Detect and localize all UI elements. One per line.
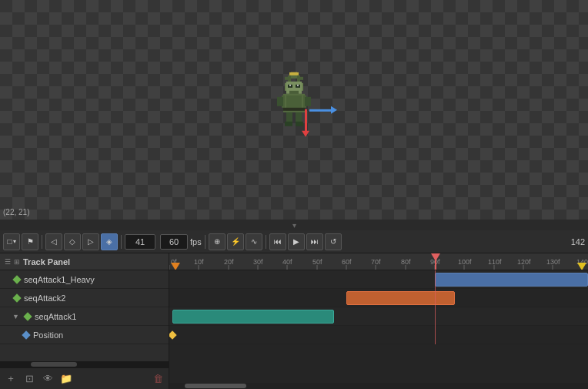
- track-label-position: Position: [33, 330, 63, 340]
- track-icon-position: [22, 330, 30, 339]
- timeline-tracks: 0f 10f 20f 30f 40f 50f 60f: [169, 253, 588, 389]
- anim-block-seqAttack2-orange[interactable]: [346, 291, 455, 305]
- next-keyframe-button[interactable]: ▷: [82, 233, 99, 250]
- svg-text:110f: 110f: [488, 258, 502, 266]
- playhead-row1: [435, 270, 436, 289]
- scene-button[interactable]: □ ▾: [3, 233, 20, 250]
- toolbar-sep-3: [205, 235, 205, 249]
- track-panel-footer: + ⊡ 👁 📁 🗑: [0, 367, 169, 389]
- x-axis-arrow: [309, 109, 332, 111]
- prev-key-icon: ◁: [51, 237, 57, 246]
- timeline-content: [169, 270, 588, 383]
- track-panel-empty: [0, 344, 169, 361]
- timeline-row-seqAttack1-Heavy[interactable]: [169, 270, 588, 289]
- flag-icon: ⚑: [27, 237, 34, 246]
- sync-icon: ⚡: [231, 237, 240, 246]
- scene-dropdown-icon: ▾: [13, 238, 16, 245]
- fps-label: fps: [190, 237, 202, 246]
- svg-rect-6: [285, 82, 286, 90]
- toolbar: □ ▾ ⚑ ◁ ◇ ▷ ◈ 41 60 fps ⊕ ⚡: [0, 230, 588, 253]
- track-item-seqAttack1[interactable]: ▼ seqAttack1: [0, 307, 169, 326]
- svg-text:80f: 80f: [401, 258, 411, 266]
- track-label-seqAttack1-Heavy: seqAttack1_Heavy: [24, 275, 95, 284]
- svg-text:30f: 30f: [253, 258, 263, 266]
- add-key-icon: ◇: [69, 237, 75, 246]
- y-axis-arrow: [305, 109, 307, 132]
- delete-track-button[interactable]: 🗑: [150, 371, 165, 387]
- panel-sort-icon: ⊞: [14, 258, 20, 266]
- svg-rect-22: [296, 121, 303, 126]
- track-item-seqAttack1-Heavy[interactable]: seqAttack1_Heavy: [0, 270, 169, 289]
- viewport: (22, 21): [0, 0, 588, 220]
- track-icon-seqAttack1-Heavy: [12, 275, 21, 283]
- svg-rect-21: [285, 121, 292, 126]
- ruler-svg: 0f 10f 20f 30f 40f 50f 60f: [169, 253, 588, 270]
- svg-rect-3: [285, 76, 288, 79]
- svg-text:50f: 50f: [312, 258, 322, 266]
- key-type-button[interactable]: ◈: [101, 233, 118, 250]
- fps-input[interactable]: 60: [160, 234, 188, 250]
- viewport-scroll-divider: ▾: [0, 220, 588, 230]
- track-expand-seqAttack1: ▼: [12, 313, 19, 320]
- sync-button[interactable]: ⚡: [227, 233, 244, 250]
- keyframe-position-1[interactable]: [169, 330, 177, 339]
- curve-icon: ∿: [251, 237, 257, 246]
- svg-text:120f: 120f: [517, 258, 531, 266]
- first-frame-icon: ⏮: [274, 237, 282, 246]
- track-icon-seqAttack1: [23, 312, 32, 320]
- svg-text:20f: 20f: [224, 258, 234, 266]
- svg-text:10f: 10f: [194, 258, 204, 266]
- panel-filter-icon: ☰: [5, 258, 11, 266]
- playhead-line: [435, 253, 436, 270]
- character-sprite: [269, 72, 319, 133]
- visibility-button[interactable]: 👁: [40, 371, 55, 387]
- track-item-seqAttack2[interactable]: seqAttack2: [0, 289, 169, 307]
- add-track-button[interactable]: +: [3, 371, 18, 387]
- last-frame-icon: ⏭: [311, 237, 319, 246]
- playhead-row2: [435, 289, 436, 307]
- track-panel-scroll-thumb[interactable]: [31, 362, 77, 367]
- track-panel-header: ☰ ⊞ Track Panel: [0, 253, 169, 270]
- track-settings-button[interactable]: ⊡: [22, 371, 37, 387]
- svg-text:40f: 40f: [282, 258, 292, 266]
- flag-button[interactable]: ⚑: [22, 233, 38, 250]
- loop-button[interactable]: ↺: [325, 233, 342, 250]
- loop-icon: ↺: [330, 237, 336, 246]
- character-area: [269, 72, 319, 135]
- key-type-icon: ◈: [106, 237, 112, 246]
- track-icon-seqAttack2: [12, 293, 21, 302]
- toolbar-sep-2: [121, 235, 122, 249]
- snap-icon: ⊕: [214, 237, 220, 246]
- curve-button[interactable]: ∿: [246, 233, 262, 250]
- add-keyframe-button[interactable]: ◇: [64, 233, 81, 250]
- track-item-position[interactable]: Position: [0, 326, 169, 344]
- prev-keyframe-button[interactable]: ◁: [45, 233, 62, 250]
- playhead-row3: [435, 307, 436, 326]
- snap-button[interactable]: ⊕: [209, 233, 226, 250]
- svg-text:100f: 100f: [458, 258, 472, 266]
- play-button[interactable]: ▶: [288, 233, 305, 250]
- anim-block-seqAttack1-Heavy-blue[interactable]: [435, 273, 588, 287]
- svg-rect-4: [300, 76, 303, 79]
- track-label-seqAttack2: seqAttack2: [24, 293, 65, 303]
- fps-display: 60 fps: [160, 234, 202, 250]
- track-panel-scrollbar[interactable]: [0, 361, 169, 367]
- folder-button[interactable]: 📁: [58, 371, 74, 387]
- last-frame-button[interactable]: ⏭: [306, 233, 323, 250]
- timeline-scrollbar[interactable]: [169, 383, 588, 389]
- anim-block-seqAttack1-teal[interactable]: [172, 310, 334, 324]
- current-frame-input[interactable]: 41: [125, 234, 155, 250]
- track-panel: ☰ ⊞ Track Panel seqAttack1_Heavy seqAtta…: [0, 253, 169, 389]
- timeline-row-position[interactable]: [169, 326, 588, 344]
- scene-icon: □: [7, 237, 12, 246]
- timeline-scroll-thumb[interactable]: [185, 384, 246, 388]
- svg-rect-10: [289, 84, 291, 86]
- first-frame-button[interactable]: ⏮: [269, 233, 286, 250]
- toolbar-sep-1: [42, 235, 42, 249]
- svg-rect-7: [302, 82, 303, 90]
- svg-text:60f: 60f: [342, 258, 352, 266]
- time-ruler[interactable]: 0f 10f 20f 30f 40f 50f 60f: [169, 253, 588, 270]
- viewport-coords: (22, 21): [3, 208, 29, 216]
- timeline-row-seqAttack1[interactable]: [169, 307, 588, 326]
- timeline-row-seqAttack2[interactable]: [169, 289, 588, 307]
